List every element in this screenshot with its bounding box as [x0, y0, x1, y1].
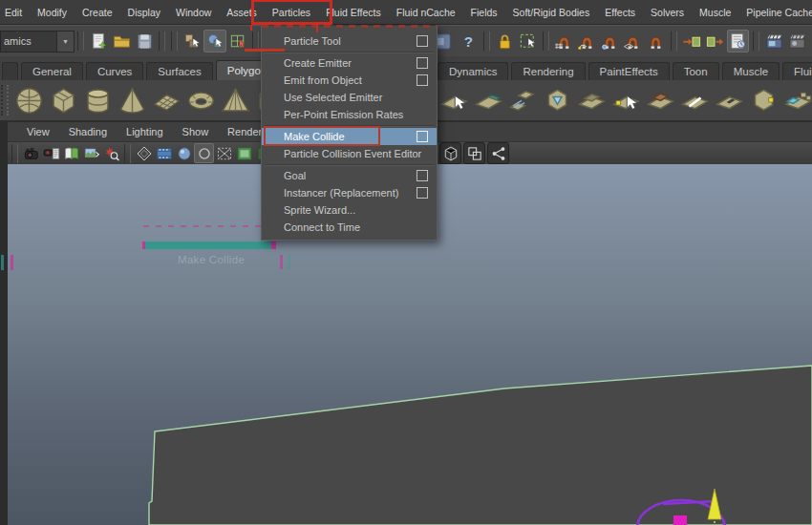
option-box-icon[interactable]: [417, 74, 428, 86]
poly-tool-icon[interactable]: [505, 83, 540, 117]
make-live-icon[interactable]: [645, 30, 667, 52]
option-box-icon[interactable]: [417, 187, 428, 199]
poly-tool-icon[interactable]: [746, 83, 780, 117]
film-gate-icon[interactable]: [134, 143, 154, 163]
menu-window[interactable]: Window: [168, 2, 219, 23]
open-scene-icon[interactable]: [110, 30, 133, 52]
poly-plane-icon[interactable]: [149, 83, 183, 117]
select-hierarchy-icon[interactable]: [181, 30, 203, 52]
panel-menu-lighting[interactable]: Lighting: [117, 124, 173, 139]
input-connections-icon[interactable]: [681, 30, 703, 52]
menu-modify[interactable]: Modify: [30, 2, 75, 23]
share-view-icon[interactable]: [487, 142, 509, 164]
menu-item-per-point-emission-rates[interactable]: Per-Point Emission Rates: [262, 106, 437, 123]
menu-item-sprite-wizard[interactable]: Sprite Wizard...: [262, 201, 437, 219]
menu-pipeline-cache[interactable]: Pipeline Cache: [738, 2, 812, 23]
menu-item-instancer-replacement[interactable]: Instancer (Replacement): [262, 184, 437, 201]
safe-action-icon[interactable]: [214, 143, 234, 163]
poly-tool-icon[interactable]: [780, 83, 812, 117]
shelf-tab-fluids[interactable]: Fluids: [782, 62, 812, 80]
poly-tool-icon[interactable]: [677, 83, 712, 117]
ipr-render-icon[interactable]: [786, 30, 808, 52]
menu-assets[interactable]: Assets: [219, 2, 265, 23]
render-current-frame-icon[interactable]: [763, 30, 785, 52]
menu-item-goal[interactable]: Goal: [262, 167, 437, 184]
isolate-select-icon[interactable]: [439, 142, 461, 164]
help-icon[interactable]: ?: [458, 30, 480, 52]
poly-tool-icon[interactable]: [540, 83, 574, 117]
status-separator[interactable]: [77, 32, 84, 51]
status-separator[interactable]: [753, 32, 759, 51]
snap-to-planes-icon[interactable]: [622, 30, 644, 52]
panel-separator[interactable]: [11, 144, 18, 163]
menu-fields[interactable]: Fields: [463, 2, 505, 23]
poly-sphere-icon[interactable]: [11, 83, 46, 117]
menu-edit[interactable]: Edit: [0, 2, 30, 23]
output-connections-icon[interactable]: [704, 30, 726, 52]
select-camera-icon[interactable]: [21, 143, 41, 163]
panel-menu-shading[interactable]: Shading: [59, 124, 117, 139]
shelf-tab-muscle[interactable]: Muscle: [722, 62, 780, 80]
menu-display[interactable]: Display: [120, 2, 168, 23]
poly-cube-icon[interactable]: [46, 83, 80, 117]
grease-pencil-icon[interactable]: [101, 143, 121, 163]
menu-solvers[interactable]: Solvers: [643, 2, 692, 23]
shelf-tab-general[interactable]: General: [21, 62, 83, 80]
menu-item-create-emitter[interactable]: Create Emitter: [262, 54, 437, 72]
option-box-icon[interactable]: [417, 57, 428, 69]
menu-item-use-selected-emitter[interactable]: Use Selected Emitter: [262, 89, 437, 106]
menu-item-emit-from-object[interactable]: Emit from Object: [262, 72, 437, 89]
select-by-object-type-icon[interactable]: [517, 30, 539, 52]
poly-tool-icon[interactable]: [712, 83, 746, 117]
chevron-down-icon[interactable]: ▼: [56, 32, 74, 52]
menu-item-particle-tool[interactable]: Particle Tool: [262, 32, 437, 50]
shelf-tab-surfaces[interactable]: Surfaces: [146, 62, 212, 80]
poly-prism-icon[interactable]: [218, 83, 252, 117]
multi-component-icon[interactable]: [463, 142, 485, 164]
select-component-mode-icon[interactable]: [226, 30, 249, 52]
poly-tool-icon[interactable]: [609, 83, 643, 117]
poly-tool-icon[interactable]: [574, 83, 609, 117]
menu-set-selector[interactable]: amics ▼: [0, 31, 75, 52]
shelf-tab-dynamics[interactable]: Dynamics: [438, 62, 508, 80]
poly-tool-icon[interactable]: [471, 83, 505, 117]
shelf-tab-toon[interactable]: Toon: [673, 62, 719, 80]
status-separator[interactable]: [159, 32, 165, 51]
field-chart-icon[interactable]: [194, 143, 214, 163]
snap-to-grid-icon[interactable]: [553, 30, 575, 52]
panel-separator[interactable]: [124, 144, 131, 163]
safe-title-icon[interactable]: [234, 143, 254, 163]
render-partial-icon[interactable]: [435, 30, 457, 52]
shelf-grip[interactable]: [1, 85, 9, 116]
panel-menu-view[interactable]: View: [17, 124, 59, 139]
menu-muscle[interactable]: Muscle: [692, 2, 738, 23]
status-separator[interactable]: [483, 32, 490, 51]
lock-selection-icon[interactable]: [494, 30, 516, 52]
shelf-tab-rendering[interactable]: Rendering: [511, 62, 585, 80]
menu-item-make-collide[interactable]: Make Collide: [262, 128, 437, 145]
resolution-gate-icon[interactable]: [154, 143, 174, 163]
option-box-icon[interactable]: [417, 170, 428, 181]
construction-history-icon[interactable]: [727, 30, 749, 52]
menu-soft-rigid-bodies[interactable]: Soft/Rigid Bodies: [505, 2, 598, 23]
shelf-tab-stub[interactable]: [2, 62, 18, 80]
gate-mask-icon[interactable]: [174, 143, 194, 163]
menu-create[interactable]: Create: [75, 2, 120, 23]
menu-fluid-effects[interactable]: Fluid Effects: [318, 2, 389, 23]
camera-attributes-icon[interactable]: [41, 143, 61, 163]
bookmarks-icon[interactable]: [61, 143, 81, 163]
poly-cone-icon[interactable]: [115, 83, 149, 117]
image-plane-icon[interactable]: [81, 143, 101, 163]
snap-to-points-icon[interactable]: [599, 30, 621, 52]
menu-particles[interactable]: Particles: [265, 2, 318, 23]
new-scene-icon[interactable]: [87, 30, 110, 52]
status-separator[interactable]: [543, 32, 549, 51]
poly-tool-icon[interactable]: [643, 83, 677, 117]
shelf-tab-painteffects[interactable]: PaintEffects: [588, 62, 670, 80]
select-object-mode-icon[interactable]: [203, 30, 226, 52]
status-separator[interactable]: [171, 32, 178, 51]
snap-to-curves-icon[interactable]: [576, 30, 598, 52]
option-box-icon[interactable]: [417, 35, 428, 47]
menu-effects[interactable]: Effects: [597, 2, 643, 23]
option-box-icon[interactable]: [417, 131, 428, 142]
